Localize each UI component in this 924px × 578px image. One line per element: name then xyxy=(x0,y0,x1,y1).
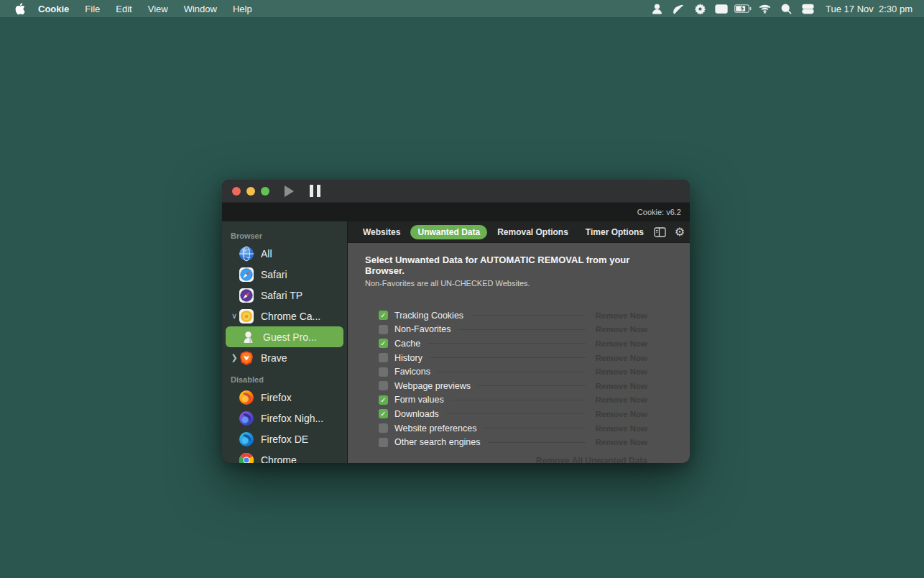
row-label: Downloads xyxy=(394,409,439,419)
play-button[interactable] xyxy=(285,185,294,197)
sidebar-item-label: All xyxy=(261,248,272,260)
sidebar-item-safari-tp[interactable]: Safari TP xyxy=(226,285,343,306)
cookie-app-window: Cookie: v6.2 BrowserAllSafariSafari TP∨C… xyxy=(222,180,690,463)
spotlight-search-icon[interactable] xyxy=(775,0,797,17)
battery-charging-icon[interactable] xyxy=(732,0,754,17)
remove-now-button[interactable]: Remove Now xyxy=(596,325,647,334)
sidebar-section-browser: Browser xyxy=(222,230,347,243)
data-row: ✓DownloadsRemove Now xyxy=(379,407,647,421)
window-header-strip: Cookie: v6.2 xyxy=(222,203,690,221)
tab-bar: WebsitesUnwanted DataRemoval OptionsTime… xyxy=(348,221,690,243)
close-button[interactable] xyxy=(232,187,241,196)
sidebar-item-safari[interactable]: Safari xyxy=(226,264,343,285)
sidebar-item-guest-pro[interactable]: Guest Pro... xyxy=(226,326,343,347)
row-label: Cache xyxy=(394,339,420,349)
menu-item-help[interactable]: Help xyxy=(225,4,260,14)
sidebar-item-chrome[interactable]: Chrome xyxy=(226,449,343,463)
leader-line xyxy=(438,372,586,372)
keyboard-viewer-icon[interactable] xyxy=(711,0,732,17)
tab-removal-options[interactable]: Removal Options xyxy=(490,225,576,239)
checkbox-favicons[interactable] xyxy=(379,367,388,377)
data-row: Non-FavoritesRemove Now xyxy=(379,323,647,337)
sidebar-section-disabled: Disabled xyxy=(222,374,347,387)
data-row: HistoryRemove Now xyxy=(379,351,647,365)
remove-now-button[interactable]: Remove Now xyxy=(596,382,647,390)
remove-now-button[interactable]: Remove Now xyxy=(596,311,647,320)
wireless-signal-icon[interactable] xyxy=(667,0,689,17)
unwanted-data-panel: Select Unwanted Data for AUTOMATIC REMOV… xyxy=(348,243,690,463)
checkbox-webpage-previews[interactable] xyxy=(379,381,388,390)
menu-item-file[interactable]: File xyxy=(77,4,108,14)
data-row: Webpage previewsRemove Now xyxy=(379,379,647,393)
checkbox-website-preferences[interactable] xyxy=(379,423,388,433)
checkbox-form-values[interactable]: ✓ xyxy=(379,395,388,405)
firefox-de-icon xyxy=(239,431,254,447)
safari-icon xyxy=(239,267,254,283)
sidebar-item-label: Firefox DE xyxy=(261,434,308,445)
zoom-button[interactable] xyxy=(261,187,269,196)
settings-gear-icon[interactable] xyxy=(689,0,711,17)
remove-now-button[interactable]: Remove Now xyxy=(596,367,647,376)
apple-menu-icon[interactable] xyxy=(9,3,30,15)
checkmark-icon: ✓ xyxy=(380,311,386,320)
checkbox-downloads[interactable]: ✓ xyxy=(379,409,388,418)
tab-websites[interactable]: Websites xyxy=(356,225,407,239)
data-row: Other search enginesRemove Now xyxy=(379,435,647,449)
remove-now-button[interactable]: Remove Now xyxy=(596,354,647,362)
user-switch-icon[interactable] xyxy=(646,0,667,17)
row-label: Favicons xyxy=(394,367,430,377)
checkbox-tracking-cookies[interactable]: ✓ xyxy=(379,311,388,320)
sidebar-item-label: Firefox Nigh... xyxy=(261,413,323,424)
leader-line xyxy=(458,329,586,330)
chevron-right-icon[interactable]: ❯ xyxy=(230,353,239,362)
firefox-nightly-icon xyxy=(239,410,254,426)
remove-now-button[interactable]: Remove Now xyxy=(596,410,647,418)
data-row: ✓CacheRemove Now xyxy=(379,336,647,351)
control-center-icon[interactable] xyxy=(797,0,818,17)
sidebar-item-chrome-ca[interactable]: ∨Chrome Ca... xyxy=(226,306,343,326)
menu-app-name[interactable]: Cookie xyxy=(30,4,77,14)
wifi-icon[interactable] xyxy=(754,0,775,17)
data-row: ✓Form valuesRemove Now xyxy=(379,393,647,408)
remove-now-button[interactable]: Remove Now xyxy=(596,424,647,433)
sidebar-item-firefox-nigh[interactable]: Firefox Nigh... xyxy=(226,408,343,428)
pause-button[interactable] xyxy=(310,185,320,197)
sidebar-item-all[interactable]: All xyxy=(226,243,343,264)
sidebar-item-label: Chrome xyxy=(261,454,297,464)
globe-icon xyxy=(239,246,254,262)
firefox-icon xyxy=(239,390,254,405)
remove-now-button[interactable]: Remove Now xyxy=(596,438,647,446)
checkmark-icon: ✓ xyxy=(380,339,386,348)
checkbox-history[interactable] xyxy=(379,353,388,362)
minimize-button[interactable] xyxy=(246,187,255,196)
leader-line xyxy=(478,385,586,386)
menu-item-view[interactable]: View xyxy=(140,4,176,14)
menu-clock[interactable]: Tue 17 Nov 2:30 pm xyxy=(818,4,915,14)
chrome-canary-icon xyxy=(239,308,254,324)
remove-now-button[interactable]: Remove Now xyxy=(596,395,647,404)
remove-now-button[interactable]: Remove Now xyxy=(596,339,647,348)
list-view-icon[interactable] xyxy=(654,226,667,239)
data-row: ✓Tracking CookiesRemove Now xyxy=(379,308,647,323)
leader-line xyxy=(484,428,585,428)
sidebar-item-brave[interactable]: ❯Brave xyxy=(226,347,343,368)
remove-all-button[interactable]: Remove All Unwanted Data xyxy=(365,456,647,463)
checkbox-non-favorites[interactable] xyxy=(379,325,388,334)
sidebar-item-firefox-de[interactable]: Firefox DE xyxy=(226,428,343,449)
leader-line xyxy=(430,357,586,358)
checkbox-other-search-engines[interactable] xyxy=(379,438,388,447)
window-titlebar[interactable] xyxy=(222,180,690,203)
row-label: Form values xyxy=(394,395,444,405)
chevron-down-icon[interactable]: ∨ xyxy=(230,311,239,321)
gear-icon[interactable]: ⚙ xyxy=(673,226,686,239)
row-label: Tracking Cookies xyxy=(394,311,463,321)
tab-unwanted-data[interactable]: Unwanted Data xyxy=(410,225,487,239)
checkbox-cache[interactable]: ✓ xyxy=(379,339,388,348)
sidebar-item-firefox[interactable]: Firefox xyxy=(226,387,343,408)
checkmark-icon: ✓ xyxy=(380,395,386,405)
menu-bar: Cookie FileEditViewWindowHelp Tue 17 Nov… xyxy=(0,0,924,17)
tab-timer-options[interactable]: Timer Options xyxy=(578,225,651,239)
menu-item-edit[interactable]: Edit xyxy=(108,4,139,14)
menu-item-window[interactable]: Window xyxy=(176,4,225,14)
sidebar-item-label: Safari TP xyxy=(261,290,302,301)
